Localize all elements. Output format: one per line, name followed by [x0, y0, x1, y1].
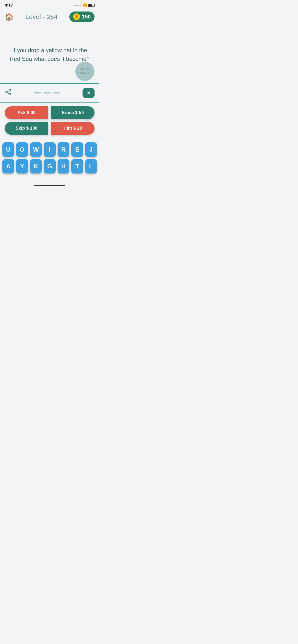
answer-dash: [43, 92, 51, 94]
home-indicator: [0, 183, 99, 189]
keyboard-row-2: AYKGHTL: [3, 159, 97, 174]
keyboard: UOWIREJ AYKGHTL: [0, 138, 99, 183]
signal-dots-icon: [74, 5, 81, 6]
key-h[interactable]: H: [58, 159, 69, 174]
key-r[interactable]: R: [58, 142, 69, 157]
coins-count: 150: [82, 14, 91, 20]
key-j[interactable]: J: [85, 142, 97, 157]
battery-icon: [88, 4, 95, 7]
answer-dash: [53, 92, 60, 94]
key-w[interactable]: W: [30, 142, 42, 157]
level-title: Level - 254: [26, 13, 58, 20]
free-coins-label: 20 FreeCoins: [80, 67, 90, 76]
header: 🏠 Level - 254 $ 150: [0, 10, 99, 26]
key-i[interactable]: I: [44, 142, 55, 157]
status-time: 4:17: [5, 3, 13, 8]
home-button[interactable]: 🏠: [5, 13, 14, 21]
key-o[interactable]: O: [16, 142, 28, 157]
ask-button[interactable]: Ask $ 00: [5, 106, 48, 119]
keyboard-row-1: UOWIREJ: [3, 142, 97, 157]
hint-button[interactable]: Hint $ 20: [51, 122, 95, 135]
answer-dashes: [34, 92, 60, 94]
action-buttons: Ask $ 00 Erase $ 50 Skip $ 100 Hint $ 20: [0, 102, 99, 138]
key-y[interactable]: Y: [16, 159, 28, 174]
share-button[interactable]: [5, 89, 12, 97]
erase-x-icon: ✕: [87, 90, 90, 96]
home-bar: [34, 185, 65, 186]
status-bar: 4:17 📶: [0, 0, 99, 10]
answer-bar: ✕: [0, 84, 99, 102]
skip-button[interactable]: Skip $ 100: [5, 122, 48, 135]
key-t[interactable]: T: [71, 159, 83, 174]
wifi-icon: 📶: [83, 3, 87, 7]
key-l[interactable]: L: [85, 159, 97, 174]
free-coins-button[interactable]: 20 FreeCoins: [75, 62, 95, 81]
key-u[interactable]: U: [3, 142, 14, 157]
erase-single-button[interactable]: ✕: [83, 88, 95, 98]
question-area: If you drop a yellow hat in the Red Sea …: [0, 26, 99, 78]
coin-icon: $: [73, 14, 80, 20]
key-k[interactable]: K: [30, 159, 42, 174]
erase-button-action[interactable]: Erase $ 50: [51, 106, 95, 119]
status-icons: 📶: [74, 3, 95, 7]
answer-dash: [34, 92, 41, 94]
svg-line-3: [7, 93, 9, 94]
key-a[interactable]: A: [3, 159, 14, 174]
key-g[interactable]: G: [44, 159, 55, 174]
question-text: If you drop a yellow hat in the Red Sea …: [7, 46, 92, 63]
coins-badge[interactable]: $ 150: [69, 12, 95, 22]
svg-line-4: [7, 91, 9, 92]
key-e[interactable]: E: [71, 142, 83, 157]
